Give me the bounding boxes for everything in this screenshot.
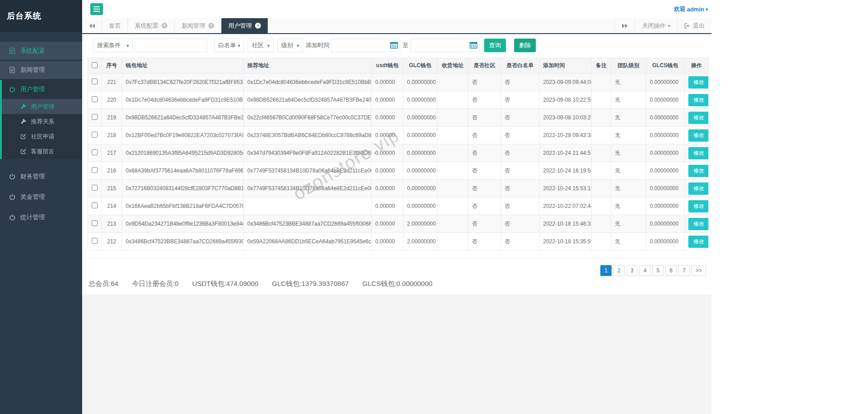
row-checkbox[interactable] (92, 79, 98, 84)
row-checkbox[interactable] (92, 167, 98, 173)
table-cell: 否 (501, 197, 539, 215)
page-button[interactable]: 2 (613, 265, 625, 276)
row-checkbox[interactable] (92, 185, 98, 191)
table-cell: 0.00000 (372, 127, 403, 144)
search-keyword-input[interactable] (135, 39, 207, 52)
tabs-scroll-right-button[interactable] (615, 18, 635, 33)
sidebar-item-system-config[interactable]: 系统配置 (0, 42, 82, 61)
page-button[interactable]: 1 (600, 265, 612, 276)
calendar-icon[interactable] (470, 42, 477, 50)
row-checkbox[interactable] (92, 202, 98, 208)
row-checkbox[interactable] (92, 96, 98, 102)
table-cell: 0.00000000 (403, 91, 437, 109)
page-button[interactable]: 5 (652, 265, 664, 276)
row-checkbox[interactable] (92, 238, 98, 244)
table-cell (592, 74, 611, 91)
row-checkbox[interactable] (92, 220, 98, 226)
next-page-button[interactable]: >> (691, 265, 706, 276)
table-cell: 221 (102, 74, 122, 91)
edit-button[interactable]: 修改 (688, 236, 709, 248)
row-checkbox[interactable] (92, 132, 98, 138)
row-checkbox-cell (88, 215, 102, 233)
table-cell: 0.00000 (372, 197, 403, 215)
calendar-icon[interactable] (390, 42, 398, 50)
tab-bar-right: 关闭操作 ▾ 退出 (615, 18, 711, 33)
table-cell: 否 (468, 127, 501, 144)
column-header: usdt钱包 (372, 58, 403, 74)
table-cell: 0.00000000 (646, 91, 685, 109)
whitelist-select[interactable]: 白名单 ▾ (214, 39, 244, 52)
row-checkbox-cell (88, 91, 102, 109)
table-cell: 无 (611, 215, 646, 233)
sidebar-group-user-management: 用户管理用户管理推荐关系社区申请客服留言 (0, 80, 82, 159)
level-select-label: 级别 (281, 41, 293, 49)
community-select[interactable]: 社区 ▾ (248, 39, 274, 52)
page-button[interactable]: 7 (678, 265, 690, 276)
close-icon[interactable]: × (208, 23, 214, 29)
chevron-down-icon: ▾ (238, 43, 240, 48)
table-row: 2130x9D54Da234271B4be0f9e1236Ba3F80013e8… (88, 215, 709, 233)
user-menu[interactable]: 欢迎 admin ▾ (674, 5, 708, 13)
table-cell: 0.00000000 (646, 180, 685, 197)
tab-user-management[interactable]: 用户管理× (221, 18, 268, 33)
sidebar-item-finance-management[interactable]: 财务管理 (0, 166, 82, 187)
row-action-cell: 修改 (685, 233, 709, 251)
edit-button[interactable]: 修改 (688, 112, 709, 124)
row-action-cell: 修改 (685, 144, 709, 162)
edit-button[interactable]: 修改 (688, 147, 709, 159)
edit-button[interactable]: 修改 (688, 200, 709, 212)
column-header: 序号 (102, 58, 122, 74)
level-select[interactable]: 级别 ▾ (277, 39, 303, 52)
filter-bar: 搜索条件 ▾ 白名单 ▾ 社区 ▾ 级别 ▾ 添加时间 (93, 39, 706, 52)
edit-button[interactable]: 修改 (688, 94, 709, 106)
search-condition-select[interactable]: 搜索条件 ▾ (93, 39, 133, 52)
sidebar-subitem-referral-relations[interactable]: 推荐关系 (2, 114, 82, 129)
edit-button[interactable]: 修改 (688, 182, 709, 195)
table-row: 2210x7Fc37dBB134C627fe20F2820E7f321afBF8… (88, 74, 709, 91)
query-button[interactable]: 查询 (484, 39, 506, 52)
table-cell: 215 (102, 180, 122, 197)
sidebar-subitem-customer-messages[interactable]: 客服留言 (2, 144, 82, 159)
tab-list: 首页系统配置×新闻管理×用户管理× (102, 18, 268, 33)
row-action-cell: 修改 (685, 91, 709, 109)
sidebar-item-news-management[interactable]: 新闻管理 (0, 61, 82, 80)
sidebar-item-user-management[interactable]: 用户管理 (2, 80, 82, 99)
table-cell: 2022-10-28 09:43:38 (539, 127, 592, 144)
select-all-checkbox[interactable] (92, 62, 98, 68)
edit-button[interactable]: 修改 (688, 76, 709, 89)
tab-home[interactable]: 首页 (102, 18, 128, 33)
tabs-scroll-left-button[interactable] (82, 18, 102, 33)
sidebar-item-label: 用户管理 (20, 85, 45, 94)
page-button[interactable]: 3 (627, 265, 638, 276)
page-button[interactable]: 4 (639, 265, 651, 276)
row-checkbox[interactable] (92, 149, 98, 155)
table-row: 2150x72716B0324083144f28cfE2803F7C770aD8… (88, 180, 709, 197)
edit-button[interactable]: 修改 (688, 129, 709, 142)
sidebar: 后台系统 系统配置新闻管理用户管理用户管理推荐关系社区申请客服留言财务管理奖金管… (0, 0, 82, 414)
row-checkbox[interactable] (92, 114, 98, 120)
delete-button[interactable]: 删除 (514, 39, 536, 52)
sidebar-subitem-user-management[interactable]: 用户管理 (2, 99, 82, 114)
welcome-label: 欢迎 (674, 5, 686, 13)
sidebar-item-statistics-management[interactable]: 统计管理 (0, 207, 82, 227)
tab-news-management[interactable]: 新闻管理× (175, 18, 221, 33)
table-cell: 0x166AeaB2b65bFbf138B218aF6FDA4C7D0570D4… (122, 197, 244, 215)
close-icon[interactable]: × (255, 23, 261, 29)
close-actions-dropdown[interactable]: 关闭操作 ▾ (635, 18, 677, 33)
edit-button[interactable]: 修改 (688, 165, 709, 177)
chevron-down-icon: ▾ (127, 43, 129, 48)
table-cell: 0.00000 (372, 233, 403, 251)
close-icon[interactable]: × (162, 23, 167, 29)
table-cell (244, 197, 372, 215)
sidebar-item-bonus-management[interactable]: 奖金管理 (0, 187, 82, 207)
table-cell: 0.00000000 (403, 197, 437, 215)
logout-button[interactable]: 退出 (677, 18, 711, 33)
file-icon (9, 48, 15, 54)
power-icon (9, 194, 15, 200)
menu-toggle-button[interactable] (90, 3, 103, 15)
sidebar-subitem-community-application[interactable]: 社区申请 (2, 129, 82, 144)
tab-system-config[interactable]: 系统配置× (128, 18, 175, 33)
page-button[interactable]: 6 (666, 265, 677, 276)
edit-button[interactable]: 修改 (688, 218, 709, 230)
table-cell: 否 (468, 144, 501, 162)
